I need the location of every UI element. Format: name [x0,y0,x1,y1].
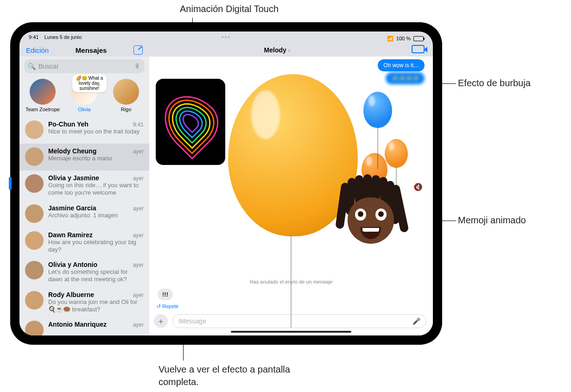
pinned-contact-olivia[interactable]: 🌈😊 What a lovely day, sunshine! Olivia [66,79,103,112]
home-indicator[interactable] [231,331,351,333]
facetime-icon[interactable] [412,45,425,53]
side-button-indicator [9,177,12,190]
callout-memoji: Memoji animado [458,215,526,226]
wifi-icon: 📶 [387,36,393,42]
conversation-preview: Nice to meet you on the trail today [48,128,144,135]
nav-left: Edición Mensajes [19,45,149,55]
conversation-name: Dawn Ramirez [48,231,93,239]
callout-replay: Vuelve a ver el efecto a pantalla comple… [159,363,298,388]
avatar [25,174,44,193]
compose-icon[interactable] [133,45,143,55]
avatar [25,291,44,310]
conversation-body: Jasmine Garcia ayer Archivo adjunto: 1 i… [48,204,144,224]
conversation-row[interactable]: Dawn Ramirez ayer How are you celebratin… [19,228,149,258]
replay-effect-button[interactable]: ↺ Repetir [157,303,179,310]
conversation-time: ayer [133,292,144,298]
conversation-time: ayer [133,232,144,239]
conversation-preview: How are you celebrating your big day? [48,239,144,254]
ipad-frame: 9:41 Lunes 5 de junio 📶 100 % Edición Me… [10,22,442,345]
conversation-body: Antonio Manriquez ayer [48,321,144,335]
pinned-label: Rigo [108,107,145,112]
conversation-name: Po-Chun Yeh [48,120,89,128]
chat-title-text: Melody [264,46,286,54]
memoji-face [348,197,394,244]
dictate-icon[interactable]: 🎤 [412,317,420,325]
balloon-icon [363,92,392,128]
conversation-preview: Let's do something special for dawn at t… [48,268,144,284]
status-date: Lunes 5 de junio [44,34,82,40]
memoji-eye [355,209,366,221]
message-input[interactable]: iMessage 🎤 [172,314,426,328]
conversation-name: Melody Cheung [48,147,96,155]
conversation-time: ayer [133,175,144,182]
conversation-name: Olivia y Jasmine [48,174,99,182]
conversation-preview: Mensaje escrito a mano [48,155,144,162]
sent-bubble-invisible-ink[interactable]: ✨✨✨✨ [386,72,425,84]
conversation-preview: Archivo adjunto: 1 imagen [48,212,144,219]
chevron-right-icon: › [288,46,291,54]
conversation-row[interactable]: Po-Chun Yeh 9:41 Nice to meet you on the… [19,117,149,144]
multitask-dots-icon[interactable]: ••• [221,33,232,41]
conversation-body: Po-Chun Yeh 9:41 Nice to meet you on the… [48,120,144,140]
received-bubble[interactable]: !!! [158,289,173,300]
system-message: Has anulado el envío de un mensaje [149,279,433,285]
dictate-icon[interactable]: 🎙 [134,63,141,70]
edit-button[interactable]: Edición [26,46,49,54]
conversation-time: ayer [133,205,144,212]
pinned-contact-rigo[interactable]: Rigo [108,79,145,112]
conversation-time: ayer [133,262,144,268]
nav-bar: Edición Mensajes Melody › [19,44,433,57]
conversation-list: Po-Chun Yeh 9:41 Nice to meet you on the… [19,117,149,335]
conversation-row[interactable]: Jasmine Garcia ayer Archivo adjunto: 1 i… [19,201,149,228]
callout-bubble-effect: Efecto de burbuja [458,78,531,89]
animated-memoji[interactable] [336,179,405,247]
ipad-screen: 9:41 Lunes 5 de junio 📶 100 % Edición Me… [19,32,433,335]
pinned-contact-team-zoetrope[interactable]: Team Zoetrope [24,79,61,112]
compose-row: ＋ iMessage 🎤 [154,314,426,328]
conversation-name: Olivia y Antonio [48,261,97,268]
chat-title[interactable]: Melody › [149,46,405,54]
conversation-preview: Do you wanna join me and Oli for 🍳☕️🍩 br… [48,298,144,314]
status-left: 9:41 Lunes 5 de junio [29,34,82,43]
conversation-time: ayer [133,322,144,328]
digital-touch-message[interactable] [156,79,225,165]
avatar [30,79,56,105]
mute-icon[interactable]: 🔇 [413,183,423,191]
conversation-row[interactable]: Rody Albuerne ayer Do you wanna join me … [19,287,149,317]
chat-area: Oh wow is it… ✨✨✨✨ [149,57,433,335]
search-input[interactable]: 🔍 Buscar 🎙 [24,59,145,73]
conversation-name: Jasmine Garcia [48,204,96,212]
conversation-row[interactable]: Melody Cheung ayer Mensaje escrito a man… [19,144,149,171]
avatar [25,231,44,250]
pinned-label: Olivia [66,107,103,112]
battery-icon [413,36,424,41]
apps-plus-button[interactable]: ＋ [154,314,168,328]
callout-digital-touch: Animación Digital Touch [180,4,279,14]
nav-right [405,45,433,55]
conversation-time: ayer [133,148,144,155]
memoji-mouth [361,227,381,239]
balloon-string-icon [377,127,378,169]
messages-title: Mensajes [76,46,107,54]
heart-sketch-icon [165,94,216,150]
conversation-row[interactable]: Olivia y Antonio ayer Let's do something… [19,257,149,287]
conversation-row[interactable]: Antonio Manriquez ayer [19,317,149,335]
search-icon: 🔍 [28,63,36,70]
conversation-preview: Going on this ride… if you want to come … [48,182,144,197]
conversation-body: Dawn Ramirez ayer How are you celebratin… [48,231,144,254]
conversation-name: Antonio Manriquez [48,321,107,328]
status-right: 📶 100 % [387,34,424,43]
conversation-row[interactable]: Olivia y Jasmine ayer Going on this ride… [19,171,149,201]
conversation-body: Olivia y Antonio ayer Let's do something… [48,261,144,284]
memoji-eye [375,209,387,221]
balloon-icon [385,139,408,168]
sent-bubble[interactable]: Oh wow is it… [378,59,425,71]
pinned-row: Team Zoetrope 🌈😊 What a lovely day, suns… [19,77,149,117]
avatar [25,147,44,166]
pinned-preview: 🌈😊 What a lovely day, sunshine! [72,74,107,92]
avatar [113,79,139,105]
status-time: 9:41 [29,34,38,40]
conversation-body: Melody Cheung ayer Mensaje escrito a man… [48,147,144,167]
message-placeholder: iMessage [178,317,206,325]
sidebar: 🔍 Buscar 🎙 Team Zoetrope 🌈😊 What a lovel… [19,57,149,335]
